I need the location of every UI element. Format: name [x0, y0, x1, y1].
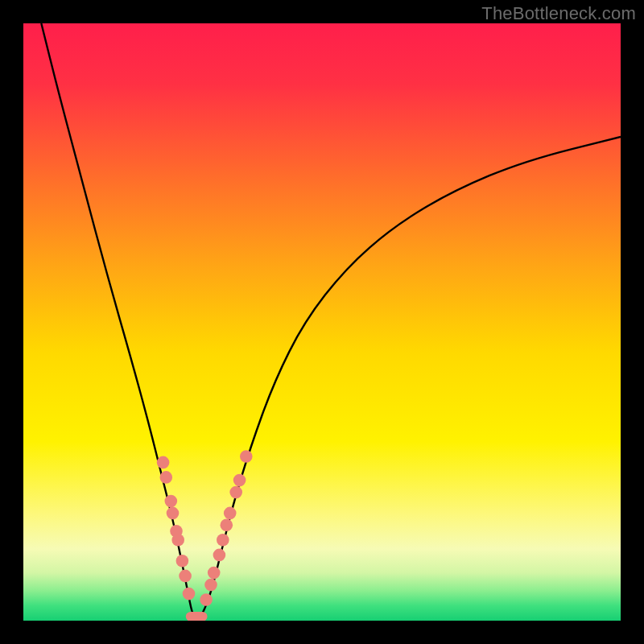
dots-left-group	[157, 456, 196, 601]
data-dot	[229, 486, 242, 499]
data-dot	[157, 456, 170, 469]
data-dot	[217, 534, 229, 547]
data-dot	[176, 555, 189, 568]
data-dot	[221, 519, 233, 532]
data-dot	[171, 534, 184, 547]
plot-area	[23, 23, 621, 621]
data-dot	[183, 588, 196, 601]
data-dot	[213, 549, 226, 562]
data-dot	[165, 495, 178, 508]
dots-right-group	[200, 450, 252, 606]
data-dot	[200, 593, 213, 606]
chart-svg	[23, 23, 621, 621]
bottom-blob-shape	[186, 612, 208, 621]
data-dot	[167, 507, 180, 520]
bottom-blob	[186, 612, 208, 621]
data-dot	[233, 474, 246, 487]
data-dot	[224, 507, 237, 520]
watermark-text: TheBottleneck.com	[481, 3, 636, 24]
data-dot	[160, 471, 173, 484]
data-dot	[208, 567, 221, 580]
data-dot	[204, 579, 217, 592]
data-dot	[240, 450, 253, 463]
bottleneck-curve	[41, 23, 621, 617]
data-dot	[179, 570, 192, 583]
